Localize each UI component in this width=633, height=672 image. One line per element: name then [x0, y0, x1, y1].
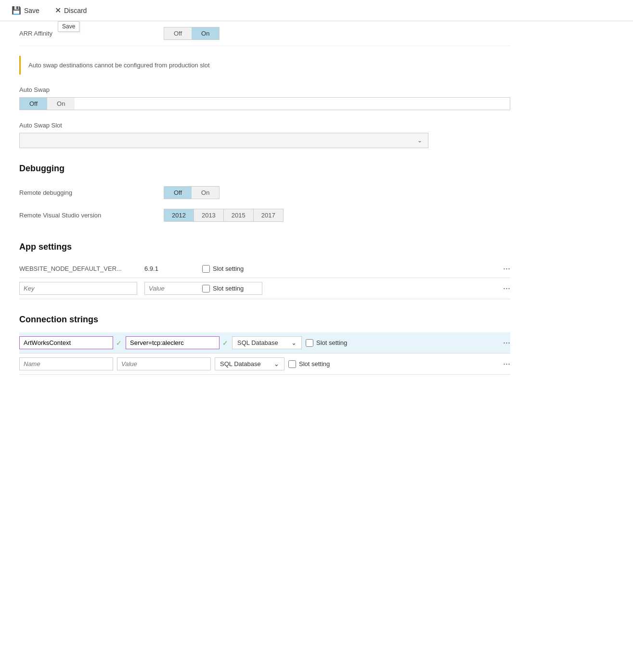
- conn-name-col: ✓: [19, 336, 122, 349]
- conn-type-chevron-icon: ⌄: [291, 339, 297, 346]
- chevron-down-icon: ⌄: [417, 137, 422, 144]
- arr-affinity-row: ARR Affinity Off On: [19, 21, 510, 46]
- discard-icon: ✕: [55, 6, 61, 15]
- conn-type-value: SQL Database: [237, 339, 278, 346]
- conn-string-row: ✓ ✓ SQL Database ⌄ Slot setting ···: [19, 332, 510, 354]
- save-tooltip: Save: [58, 21, 79, 32]
- conn-new-actions[interactable]: ···: [491, 359, 510, 369]
- remote-debugging-label: Remote debugging: [19, 189, 164, 196]
- conn-slot-checkbox[interactable]: [306, 339, 313, 347]
- auto-swap-slot-dropdown[interactable]: ⌄: [19, 133, 428, 148]
- conn-name-new-input[interactable]: [19, 357, 113, 370]
- app-setting-slot-checkbox[interactable]: [202, 265, 210, 273]
- app-setting-slot-label: Slot setting: [213, 265, 244, 272]
- vs-version-2012-btn[interactable]: 2012: [164, 209, 194, 222]
- main-content: ARR Affinity Off On Auto swap destinatio…: [0, 21, 530, 394]
- conn-type-new-chevron-icon: ⌄: [274, 360, 279, 368]
- app-setting-new-value-col: [144, 282, 202, 295]
- conn-name-input[interactable]: [19, 336, 113, 349]
- app-setting-new-slot-checkbox[interactable]: [202, 285, 210, 292]
- vs-version-2013-btn[interactable]: 2013: [194, 209, 223, 222]
- remote-debugging-row: Remote debugging Off On: [19, 181, 510, 204]
- connection-strings-heading: Connection strings: [19, 315, 510, 325]
- conn-name-checkmark: ✓: [116, 339, 122, 347]
- app-setting-actions[interactable]: ···: [491, 264, 510, 274]
- conn-slot-label: Slot setting: [316, 339, 347, 346]
- toolbar: 💾 Save ✕ Discard Save: [0, 0, 633, 21]
- conn-type-new-dropdown[interactable]: SQL Database ⌄: [215, 357, 284, 370]
- arr-affinity-label: ARR Affinity: [19, 30, 164, 37]
- auto-swap-section: Auto Swap Off On: [19, 86, 510, 110]
- conn-slot-check[interactable]: Slot setting: [306, 339, 487, 347]
- debugging-section: Debugging Remote debugging Off On Remote…: [19, 164, 510, 227]
- app-setting-slot-col: Slot setting: [202, 265, 491, 273]
- warning-text: Auto swap destinations cannot be configu…: [28, 62, 210, 69]
- app-settings-heading: App settings: [19, 242, 510, 252]
- connection-strings-section: Connection strings ✓ ✓ SQL Database ⌄ Sl…: [19, 315, 510, 375]
- conn-type-new-value: SQL Database: [220, 360, 261, 368]
- remote-vs-version-label: Remote Visual Studio version: [19, 212, 164, 219]
- arr-affinity-off-btn[interactable]: Off: [164, 27, 192, 39]
- app-setting-value: 6.9.1: [144, 265, 202, 272]
- auto-swap-off-btn[interactable]: Off: [20, 98, 47, 110]
- discard-button[interactable]: ✕ Discard: [51, 4, 90, 17]
- vs-version-2015-btn[interactable]: 2015: [223, 209, 253, 222]
- vs-version-2017-btn[interactable]: 2017: [253, 209, 284, 222]
- conn-value-input[interactable]: [126, 336, 220, 349]
- auto-swap-toggle: Off On: [19, 97, 510, 110]
- app-setting-slot-check[interactable]: Slot setting: [202, 265, 244, 273]
- conn-value-new-input[interactable]: [117, 357, 211, 370]
- discard-label: Discard: [64, 7, 87, 14]
- app-setting-key: WEBSITE_NODE_DEFAULT_VER...: [19, 265, 144, 272]
- remote-vs-version-row: Remote Visual Studio version 2012 2013 2…: [19, 204, 510, 227]
- debugging-heading: Debugging: [19, 164, 510, 174]
- app-setting-key-input[interactable]: [19, 282, 137, 295]
- conn-new-slot-check[interactable]: Slot setting: [288, 360, 487, 368]
- vs-version-toggle: 2012 2013 2015 2017: [164, 209, 284, 222]
- save-label: Save: [24, 7, 39, 14]
- app-setting-new-actions[interactable]: ···: [491, 283, 510, 293]
- app-settings-section: App settings WEBSITE_NODE_DEFAULT_VER...…: [19, 242, 510, 299]
- conn-new-slot-label: Slot setting: [299, 360, 330, 368]
- conn-actions[interactable]: ···: [491, 338, 510, 348]
- conn-type-dropdown[interactable]: SQL Database ⌄: [232, 336, 302, 349]
- auto-swap-slot-section: Auto Swap Slot ⌄: [19, 122, 510, 148]
- arr-affinity-on-btn[interactable]: On: [192, 27, 219, 39]
- app-settings-new-row: Slot setting ···: [19, 278, 510, 299]
- conn-string-new-row: SQL Database ⌄ Slot setting ···: [19, 354, 510, 375]
- remote-debugging-on-btn[interactable]: On: [192, 187, 219, 199]
- app-setting-new-slot-label: Slot setting: [213, 285, 244, 292]
- app-setting-new-key-col: [19, 282, 144, 295]
- conn-new-slot-checkbox[interactable]: [288, 360, 296, 368]
- app-setting-new-slot-col: Slot setting: [202, 285, 491, 292]
- remote-debugging-off-btn[interactable]: Off: [164, 187, 192, 199]
- auto-swap-on-btn[interactable]: On: [47, 98, 75, 110]
- arr-affinity-toggle: Off On: [164, 27, 220, 40]
- save-icon: 💾: [12, 6, 21, 15]
- warning-banner: Auto swap destinations cannot be configu…: [19, 56, 510, 75]
- auto-swap-slot-label: Auto Swap Slot: [19, 122, 510, 129]
- conn-value-checkmark: ✓: [222, 339, 228, 347]
- auto-swap-label: Auto Swap: [19, 86, 510, 93]
- app-settings-row: WEBSITE_NODE_DEFAULT_VER... 6.9.1 Slot s…: [19, 260, 510, 278]
- save-button[interactable]: 💾 Save: [8, 4, 43, 17]
- app-setting-new-slot-check[interactable]: Slot setting: [202, 285, 244, 292]
- remote-debugging-toggle: Off On: [164, 186, 220, 199]
- conn-value-col: ✓: [126, 336, 228, 349]
